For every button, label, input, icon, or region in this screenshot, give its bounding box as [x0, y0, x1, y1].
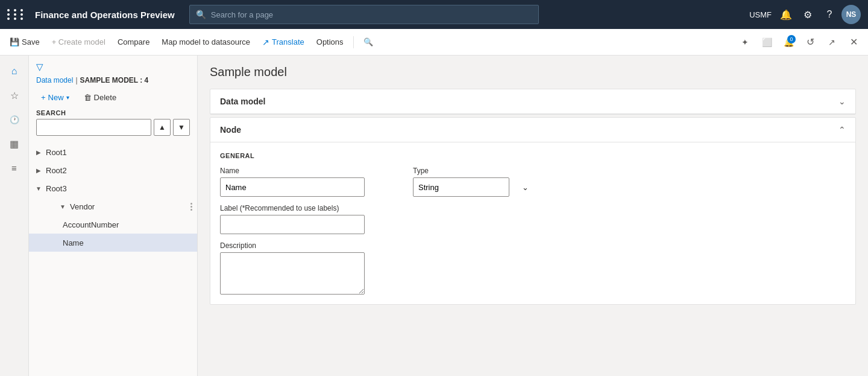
tree-search-input[interactable] [36, 119, 151, 136]
node-chevron-up-icon: ⌃ [838, 125, 846, 135]
chevron-down-icon: ▾ [66, 94, 69, 101]
badge-count: 0 [787, 35, 796, 43]
translate-icon: ↗ [262, 37, 269, 47]
help-button[interactable]: ? [820, 5, 839, 24]
name-field: Name [220, 167, 365, 197]
data-model-accordion-title: Data model [220, 97, 265, 106]
description-label: Description [220, 241, 365, 250]
sidebar-item-favorites[interactable]: ☆ [4, 84, 25, 106]
tree-item-account-number[interactable]: AccountNumber [29, 215, 197, 234]
toolbar-search-icon: 🔍 [363, 37, 373, 46]
expand-root3-icon[interactable]: ▼ [34, 183, 43, 193]
breadcrumb-separator: | [75, 76, 77, 84]
search-input[interactable] [211, 10, 532, 19]
compare-button[interactable]: Compare [113, 35, 154, 49]
search-icon: 🔍 [196, 10, 206, 19]
save-button[interactable]: 💾 Save [5, 35, 45, 49]
share-button[interactable]: ↗ [822, 33, 841, 52]
node-accordion-body: GENERAL Name Label (*Recommended to use … [210, 142, 855, 304]
app-title: Finance and Operations Preview [35, 10, 175, 20]
data-model-chevron-down-icon: ⌄ [838, 97, 846, 106]
sidebar-icons: ⌂ ☆ 🕐 ▦ ≡ [0, 56, 29, 376]
toolbar: 💾 Save + Create model Compare Map model … [0, 29, 868, 56]
data-model-accordion-header[interactable]: Data model ⌄ [210, 89, 855, 114]
delete-button[interactable]: 🗑 Delete [79, 91, 122, 104]
label-input[interactable] [220, 215, 365, 234]
toolbar-search-button[interactable]: 🔍 [359, 35, 378, 49]
sidebar-item-recent[interactable]: 🕐 [4, 109, 25, 130]
tree-item-root1-label: Root1 [46, 148, 67, 157]
refresh-button[interactable]: ↺ [800, 33, 820, 52]
tree-actions: + New ▾ 🗑 Delete [29, 88, 197, 109]
search-section-label: SEARCH [36, 109, 190, 116]
options-button[interactable]: Options [312, 35, 348, 49]
breadcrumb-data-model[interactable]: Data model [36, 76, 73, 84]
description-field: Description [220, 241, 365, 295]
node-accordion-title: Node [220, 125, 241, 135]
sidebar-item-workspace[interactable]: ▦ [4, 133, 25, 155]
node-accordion: Node ⌃ GENERAL Name Label (*Recommended … [210, 117, 856, 305]
create-model-button[interactable]: + Create model [47, 35, 110, 49]
description-input[interactable] [220, 252, 365, 295]
search-up-button[interactable]: ▲ [154, 119, 171, 136]
apps-menu-icon[interactable] [7, 9, 25, 20]
tree-item-name[interactable]: Name [29, 234, 197, 252]
name-input[interactable] [220, 177, 365, 197]
new-button[interactable]: + New ▾ [36, 91, 74, 104]
plus-icon: + [41, 93, 46, 102]
node-accordion-header[interactable]: Node ⌃ [210, 118, 855, 142]
expand-vendor-icon[interactable]: ▼ [58, 202, 68, 211]
main-container: ⌂ ☆ 🕐 ▦ ≡ ▽ Data model | SAMPLE MODEL : … [0, 56, 868, 376]
tree-item-root2[interactable]: ▶ Root2 [29, 161, 197, 179]
settings-button[interactable]: ⚙ [798, 5, 817, 24]
toolbar-separator [353, 36, 354, 48]
tree-item-vendor[interactable]: ▼ Vendor [41, 197, 197, 215]
general-section-label: GENERAL [220, 152, 365, 159]
top-nav-right: USMF 🔔 ⚙ ? NS [749, 5, 861, 24]
data-model-accordion: Data model ⌄ [210, 89, 856, 115]
tree-item-root1[interactable]: ▶ Root1 [29, 143, 197, 161]
org-label: USMF [749, 10, 772, 19]
sidebar-item-home[interactable]: ⌂ [4, 60, 25, 82]
tree-item-root3-label: Root3 [46, 184, 67, 193]
tree-content: ▶ Root1 ▶ Root2 ▼ Root3 ▼ Vendor [29, 141, 197, 376]
notifications-button[interactable]: 🔔 [776, 5, 796, 24]
global-search[interactable]: 🔍 [189, 5, 539, 24]
breadcrumb-model-name: SAMPLE MODEL : 4 [80, 76, 149, 84]
type-label: Type [413, 167, 533, 175]
map-model-button[interactable]: Map model to datasource [157, 35, 255, 49]
search-row: ▲ ▼ [36, 119, 190, 136]
expand-root2-icon[interactable]: ▶ [34, 165, 43, 175]
filter-icon[interactable]: ▽ [36, 62, 43, 72]
type-select[interactable]: String Integer Boolean DateTime Enumerat… [413, 177, 509, 197]
delete-icon: 🗑 [84, 93, 92, 102]
search-down-button[interactable]: ▼ [173, 119, 190, 136]
sidebar-item-list[interactable]: ≡ [4, 157, 25, 179]
tree-search-section: SEARCH ▲ ▼ [29, 109, 197, 141]
badge-button[interactable]: 🔔 0 [779, 33, 798, 52]
translate-button[interactable]: ↗ Translate [257, 35, 309, 49]
breadcrumb: Data model | SAMPLE MODEL : 4 [29, 76, 197, 88]
save-icon: 💾 [10, 37, 19, 46]
type-field: Type String Integer Boolean DateTime Enu… [413, 167, 533, 197]
tree-item-name-label: Name [63, 238, 84, 247]
label-field-label: Label (*Recommended to use labels) [220, 204, 365, 212]
pinned-icon[interactable]: ✦ [735, 33, 755, 52]
label-field: Label (*Recommended to use labels) [220, 204, 365, 234]
tree-item-account-number-label: AccountNumber [63, 220, 119, 229]
expand-root1-icon[interactable]: ▶ [34, 147, 43, 157]
avatar[interactable]: NS [841, 5, 861, 24]
tree-item-root3[interactable]: ▼ Root3 [29, 179, 197, 197]
name-label: Name [220, 167, 365, 175]
tree-item-root2-label: Root2 [46, 166, 67, 175]
toolbar-right-actions: ✦ ⬜ 🔔 0 ↺ ↗ ✕ [735, 33, 863, 52]
tree-panel: ▽ Data model | SAMPLE MODEL : 4 + New ▾ … [29, 56, 198, 376]
close-button[interactable]: ✕ [844, 33, 863, 52]
tree-item-vendor-label: Vendor [70, 202, 95, 211]
content-area: Sample model Data model ⌄ Node ⌃ GENERAL [198, 56, 868, 376]
fullscreen-icon[interactable]: ⬜ [757, 33, 776, 52]
top-nav: Finance and Operations Preview 🔍 USMF 🔔 … [0, 0, 868, 29]
tree-header: ▽ [29, 56, 197, 76]
type-select-wrapper: String Integer Boolean DateTime Enumerat… [413, 177, 533, 197]
page-title: Sample model [210, 65, 856, 79]
